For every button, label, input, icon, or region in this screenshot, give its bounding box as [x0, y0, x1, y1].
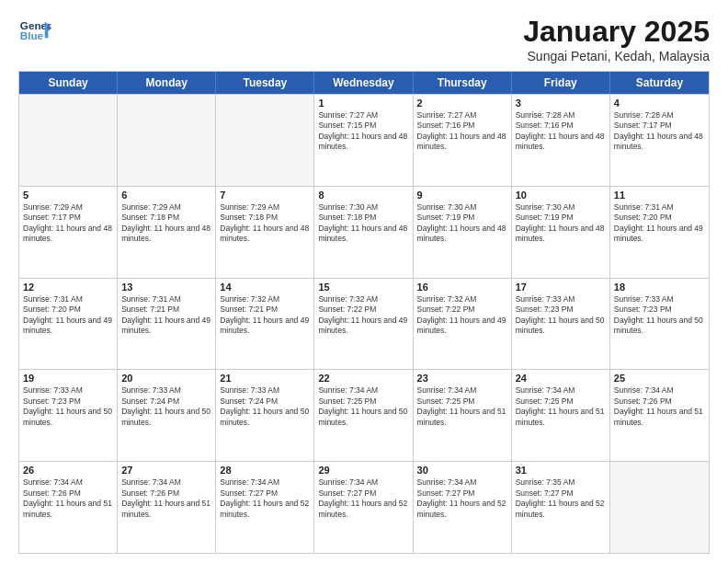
cal-cell: 31Sunrise: 7:35 AMSunset: 7:27 PMDayligh… [512, 462, 610, 553]
day-number: 6 [121, 190, 211, 201]
page: General Blue January 2025 Sungai Petani,… [0, 0, 728, 563]
day-info: Sunrise: 7:35 AMSunset: 7:27 PMDaylight:… [516, 477, 606, 520]
day-number: 14 [220, 282, 310, 293]
cal-cell: 18Sunrise: 7:33 AMSunset: 7:23 PMDayligh… [610, 279, 709, 370]
cal-cell: 4Sunrise: 7:28 AMSunset: 7:17 PMDaylight… [610, 95, 709, 186]
day-info: Sunrise: 7:34 AMSunset: 7:25 PMDaylight:… [318, 385, 408, 428]
cal-cell: 25Sunrise: 7:34 AMSunset: 7:26 PMDayligh… [610, 370, 709, 461]
cal-cell [610, 462, 709, 553]
cal-cell: 29Sunrise: 7:34 AMSunset: 7:27 PMDayligh… [314, 462, 413, 553]
day-info: Sunrise: 7:33 AMSunset: 7:23 PMDaylight:… [516, 294, 606, 337]
cal-cell: 5Sunrise: 7:29 AMSunset: 7:17 PMDaylight… [19, 187, 118, 278]
day-info: Sunrise: 7:34 AMSunset: 7:27 PMDaylight:… [417, 477, 507, 520]
cal-cell: 27Sunrise: 7:34 AMSunset: 7:26 PMDayligh… [118, 462, 216, 553]
day-info: Sunrise: 7:33 AMSunset: 7:23 PMDaylight:… [23, 385, 113, 428]
header-day-monday: Monday [118, 72, 216, 94]
week-row-1: 1Sunrise: 7:27 AMSunset: 7:15 PMDaylight… [19, 94, 709, 186]
calendar-header: SundayMondayTuesdayWednesdayThursdayFrid… [19, 72, 709, 94]
day-number: 13 [121, 282, 211, 293]
day-info: Sunrise: 7:34 AMSunset: 7:26 PMDaylight:… [121, 477, 211, 520]
header-day-sunday: Sunday [19, 72, 118, 94]
cal-cell: 3Sunrise: 7:28 AMSunset: 7:16 PMDaylight… [512, 95, 610, 186]
week-row-4: 19Sunrise: 7:33 AMSunset: 7:23 PMDayligh… [19, 369, 709, 461]
header-day-wednesday: Wednesday [314, 72, 413, 94]
cal-cell: 11Sunrise: 7:31 AMSunset: 7:20 PMDayligh… [610, 187, 709, 278]
month-title: January 2025 [523, 15, 710, 49]
logo: General Blue [18, 15, 51, 48]
day-info: Sunrise: 7:29 AMSunset: 7:18 PMDaylight:… [121, 202, 211, 245]
day-info: Sunrise: 7:34 AMSunset: 7:26 PMDaylight:… [23, 477, 113, 520]
day-info: Sunrise: 7:34 AMSunset: 7:27 PMDaylight:… [220, 477, 310, 520]
cal-cell: 30Sunrise: 7:34 AMSunset: 7:27 PMDayligh… [414, 462, 512, 553]
day-info: Sunrise: 7:31 AMSunset: 7:21 PMDaylight:… [121, 294, 211, 337]
day-info: Sunrise: 7:30 AMSunset: 7:18 PMDaylight:… [318, 202, 408, 245]
day-info: Sunrise: 7:28 AMSunset: 7:17 PMDaylight:… [614, 110, 705, 153]
day-info: Sunrise: 7:33 AMSunset: 7:24 PMDaylight:… [220, 385, 310, 428]
header-day-thursday: Thursday [414, 72, 512, 94]
cal-cell: 24Sunrise: 7:34 AMSunset: 7:25 PMDayligh… [512, 370, 610, 461]
cal-cell: 26Sunrise: 7:34 AMSunset: 7:26 PMDayligh… [19, 462, 118, 553]
day-info: Sunrise: 7:34 AMSunset: 7:27 PMDaylight:… [318, 477, 408, 520]
day-number: 4 [614, 98, 705, 109]
header-day-tuesday: Tuesday [216, 72, 314, 94]
cal-cell: 7Sunrise: 7:29 AMSunset: 7:18 PMDaylight… [216, 187, 314, 278]
day-number: 25 [614, 373, 705, 384]
cal-cell: 20Sunrise: 7:33 AMSunset: 7:24 PMDayligh… [118, 370, 216, 461]
day-info: Sunrise: 7:31 AMSunset: 7:20 PMDaylight:… [614, 202, 705, 245]
cal-cell: 8Sunrise: 7:30 AMSunset: 7:18 PMDaylight… [314, 187, 413, 278]
day-number: 24 [516, 373, 606, 384]
day-number: 31 [516, 465, 606, 476]
day-info: Sunrise: 7:32 AMSunset: 7:22 PMDaylight:… [318, 294, 408, 337]
logo-icon: General Blue [18, 15, 51, 48]
day-info: Sunrise: 7:27 AMSunset: 7:16 PMDaylight:… [417, 110, 507, 153]
header: General Blue January 2025 Sungai Petani,… [18, 15, 710, 63]
cal-cell: 23Sunrise: 7:34 AMSunset: 7:25 PMDayligh… [414, 370, 512, 461]
cal-cell: 22Sunrise: 7:34 AMSunset: 7:25 PMDayligh… [314, 370, 413, 461]
day-number: 20 [121, 373, 211, 384]
cal-cell: 19Sunrise: 7:33 AMSunset: 7:23 PMDayligh… [19, 370, 118, 461]
day-number: 18 [614, 282, 705, 293]
day-number: 28 [220, 465, 310, 476]
day-info: Sunrise: 7:32 AMSunset: 7:22 PMDaylight:… [417, 294, 507, 337]
day-number: 8 [318, 190, 408, 201]
day-number: 16 [417, 282, 507, 293]
day-number: 23 [417, 373, 507, 384]
cal-cell: 16Sunrise: 7:32 AMSunset: 7:22 PMDayligh… [414, 279, 512, 370]
day-info: Sunrise: 7:29 AMSunset: 7:17 PMDaylight:… [23, 202, 113, 245]
cal-cell: 14Sunrise: 7:32 AMSunset: 7:21 PMDayligh… [216, 279, 314, 370]
header-day-friday: Friday [512, 72, 610, 94]
day-info: Sunrise: 7:33 AMSunset: 7:24 PMDaylight:… [121, 385, 211, 428]
header-day-saturday: Saturday [610, 72, 709, 94]
cal-cell: 21Sunrise: 7:33 AMSunset: 7:24 PMDayligh… [216, 370, 314, 461]
day-info: Sunrise: 7:33 AMSunset: 7:23 PMDaylight:… [614, 294, 705, 337]
subtitle: Sungai Petani, Kedah, Malaysia [523, 49, 710, 63]
day-number: 30 [417, 465, 507, 476]
day-number: 12 [23, 282, 113, 293]
day-info: Sunrise: 7:28 AMSunset: 7:16 PMDaylight:… [516, 110, 606, 153]
cal-cell: 28Sunrise: 7:34 AMSunset: 7:27 PMDayligh… [216, 462, 314, 553]
day-number: 19 [23, 373, 113, 384]
day-info: Sunrise: 7:34 AMSunset: 7:25 PMDaylight:… [417, 385, 507, 428]
day-number: 5 [23, 190, 113, 201]
cal-cell: 1Sunrise: 7:27 AMSunset: 7:15 PMDaylight… [314, 95, 413, 186]
day-number: 17 [516, 282, 606, 293]
week-row-5: 26Sunrise: 7:34 AMSunset: 7:26 PMDayligh… [19, 461, 709, 553]
week-row-3: 12Sunrise: 7:31 AMSunset: 7:20 PMDayligh… [19, 278, 709, 370]
day-info: Sunrise: 7:34 AMSunset: 7:26 PMDaylight:… [614, 385, 705, 428]
day-info: Sunrise: 7:29 AMSunset: 7:18 PMDaylight:… [220, 202, 310, 245]
day-number: 27 [121, 465, 211, 476]
cal-cell: 6Sunrise: 7:29 AMSunset: 7:18 PMDaylight… [118, 187, 216, 278]
day-info: Sunrise: 7:30 AMSunset: 7:19 PMDaylight:… [516, 202, 606, 245]
day-number: 15 [318, 282, 408, 293]
calendar: SundayMondayTuesdayWednesdayThursdayFrid… [18, 71, 710, 554]
cal-cell: 15Sunrise: 7:32 AMSunset: 7:22 PMDayligh… [314, 279, 413, 370]
day-info: Sunrise: 7:32 AMSunset: 7:21 PMDaylight:… [220, 294, 310, 337]
day-number: 29 [318, 465, 408, 476]
day-number: 1 [318, 98, 408, 109]
svg-text:Blue: Blue [20, 29, 44, 41]
day-info: Sunrise: 7:34 AMSunset: 7:25 PMDaylight:… [516, 385, 606, 428]
cal-cell: 10Sunrise: 7:30 AMSunset: 7:19 PMDayligh… [512, 187, 610, 278]
cal-cell: 12Sunrise: 7:31 AMSunset: 7:20 PMDayligh… [19, 279, 118, 370]
day-number: 21 [220, 373, 310, 384]
day-info: Sunrise: 7:31 AMSunset: 7:20 PMDaylight:… [23, 294, 113, 337]
